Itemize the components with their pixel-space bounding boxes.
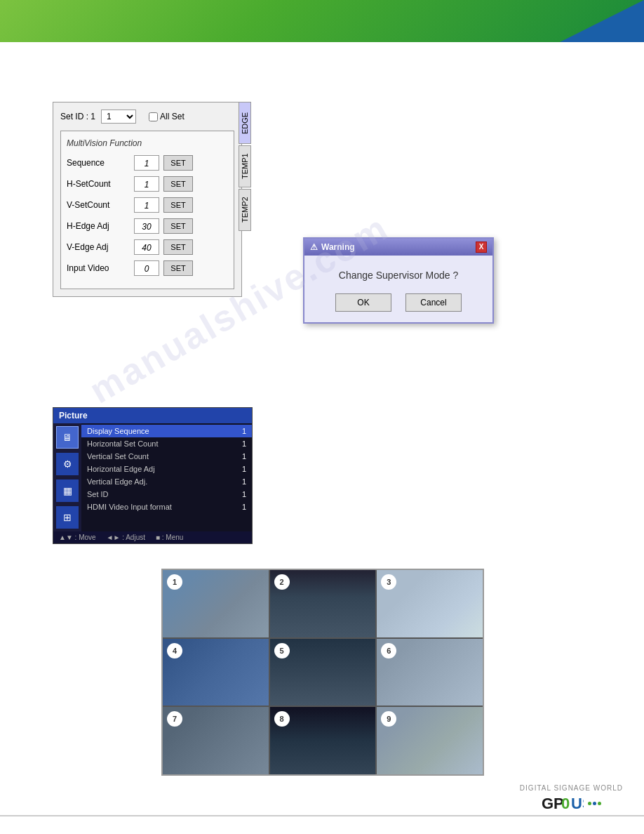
multivision-panel: Set ID : 1 123 All Set MultiVision Funct… <box>53 102 242 297</box>
osd-menu-value-hedgeadj: 1 <box>242 465 246 473</box>
grid-cell-9: 9 <box>377 707 483 774</box>
osd-icon-layout[interactable]: ⊞ <box>56 506 79 529</box>
dialog-cancel-button[interactable]: Cancel <box>405 293 462 312</box>
all-set-container: All Set <box>149 112 185 121</box>
osd-menu-value-vsetcount: 1 <box>242 452 246 461</box>
multivision-title: MultiVision Function <box>67 138 228 148</box>
mv-set-btn-sequence[interactable]: SET <box>163 155 193 171</box>
tab-edge[interactable]: EDGE <box>239 102 251 144</box>
grid-cell-number-8: 8 <box>274 711 290 727</box>
svg-text:0: 0 <box>561 795 570 812</box>
picture-header: Picture <box>53 408 252 423</box>
picture-footer: ▲▼ : Move ◄► : Adjust ■ : Menu <box>53 531 252 543</box>
grid-cell-3: 3 <box>377 570 483 637</box>
osd-menu-row-vsetcount[interactable]: Vertical Set Count 1 <box>81 450 252 463</box>
mv-set-btn-inputvideo[interactable]: SET <box>163 260 193 276</box>
grid-image-section: 1 2 3 4 5 6 7 8 9 <box>161 569 484 776</box>
picture-menu: Display Sequence 1 Horizontal Set Count … <box>81 423 252 531</box>
logo-dot-blue <box>593 802 596 805</box>
mv-set-btn-hsetcount[interactable]: SET <box>163 176 193 192</box>
bottom-divider <box>0 815 644 816</box>
warning-icon: ⚠ <box>310 242 318 252</box>
grid-cell-2: 2 <box>270 570 376 637</box>
osd-menu-value-hsetcount: 1 <box>242 439 246 448</box>
dialog-close-button[interactable]: X <box>476 241 487 253</box>
osd-menu-value-display-sequence: 1 <box>242 427 246 435</box>
logo-svg: GP 0 US <box>542 793 584 813</box>
grid-container: 1 2 3 4 5 6 7 8 9 <box>163 570 483 774</box>
panel-top-row: Set ID : 1 123 All Set <box>60 110 234 124</box>
tab-temp2[interactable]: TEMP2 <box>239 189 251 231</box>
mv-label-vsetcount: V-SetCount <box>67 200 130 210</box>
osd-icon-settings[interactable]: ⚙ <box>56 453 79 475</box>
osd-menu-value-vedgeadj: 1 <box>242 477 246 486</box>
grid-cell-6: 6 <box>377 639 483 706</box>
logo-section: DIGITAL SIGNAGE WORLD GP 0 US <box>520 784 623 813</box>
grid-cell-number-9: 9 <box>381 711 396 727</box>
mv-label-vedgeadj: V-Edge Adj <box>67 242 130 252</box>
tab-temp1[interactable]: TEMP1 <box>239 145 251 187</box>
mv-set-btn-vedgeadj[interactable]: SET <box>163 239 193 255</box>
mv-set-btn-vsetcount[interactable]: SET <box>163 197 193 213</box>
osd-menu-row-vedgeadj[interactable]: Vertical Edge Adj. 1 <box>81 475 252 488</box>
mv-value-vsetcount: 1 <box>134 197 159 213</box>
grid-cell-number-7: 7 <box>167 711 182 727</box>
panel-tabs: EDGE TEMP1 TEMP2 <box>239 102 251 232</box>
mv-set-btn-hedgeadj[interactable]: SET <box>163 218 193 234</box>
osd-menu-row-hedgeadj[interactable]: Horizontal Edge Adj 1 <box>81 463 252 475</box>
grid-cell-5: 5 <box>270 639 376 706</box>
header-bar <box>0 0 644 42</box>
osd-menu-row-hsetcount[interactable]: Horizontal Set Count 1 <box>81 437 252 450</box>
set-id-select[interactable]: 123 <box>101 110 136 124</box>
osd-menu-label-setid: Set ID <box>87 490 109 498</box>
logo-dot-green <box>588 802 591 805</box>
osd-menu-row-hdmi[interactable]: HDMI Video Input format 1 <box>81 501 252 513</box>
osd-icon-grid[interactable]: ▦ <box>56 479 79 502</box>
logo-tagline: DIGITAL SIGNAGE WORLD <box>520 784 623 792</box>
logo-icon <box>588 802 601 805</box>
all-set-label: All Set <box>160 112 185 121</box>
grid-cell-1: 1 <box>163 570 269 637</box>
dialog-message: Change Supervisor Mode ? <box>318 270 478 281</box>
set-id-label: Set ID : 1 <box>60 112 95 121</box>
settings-icon: ⚙ <box>63 458 72 470</box>
grid-cell-number-2: 2 <box>274 574 290 590</box>
footer-move: ▲▼ : Move <box>59 534 96 541</box>
osd-menu-row-display-sequence[interactable]: Display Sequence 1 <box>81 425 252 437</box>
grid-icon: ▦ <box>63 485 72 496</box>
mv-row-sequence: Sequence 1 SET <box>67 155 228 171</box>
footer-menu: ■ : Menu <box>156 534 183 541</box>
osd-icon-display[interactable]: 🖥 <box>56 426 79 449</box>
dialog-body: Change Supervisor Mode ? OK Cancel <box>304 256 492 322</box>
logo-dot-green2 <box>598 802 601 805</box>
mv-value-sequence: 1 <box>134 155 159 171</box>
osd-menu-label-display-sequence: Display Sequence <box>87 427 149 435</box>
dialog-ok-button[interactable]: OK <box>335 293 391 312</box>
osd-menu-label-hsetcount: Horizontal Set Count <box>87 439 159 448</box>
osd-menu-value-setid: 1 <box>242 490 246 498</box>
display-icon: 🖥 <box>62 432 72 443</box>
grid-cell-7: 7 <box>163 707 269 774</box>
osd-menu-row-setid[interactable]: Set ID 1 <box>81 488 252 501</box>
logo-main: GP 0 US <box>542 793 601 813</box>
warning-dialog: ⚠ Warning X Change Supervisor Mode ? OK … <box>303 237 494 324</box>
header-triangle <box>560 0 644 42</box>
grid-cell-number-5: 5 <box>274 643 290 658</box>
mv-label-hsetcount: H-SetCount <box>67 179 130 189</box>
picture-content: 🖥 ⚙ ▦ ⊞ Display Sequence 1 Horizont <box>53 423 252 531</box>
picture-icons: 🖥 ⚙ ▦ ⊞ <box>53 423 81 531</box>
mv-label-hedgeadj: H-Edge Adj <box>67 221 130 231</box>
mv-label-inputvideo: Input Video <box>67 263 130 273</box>
mv-value-vedgeadj: 40 <box>134 239 159 255</box>
mv-row-vedgeadj: V-Edge Adj 40 SET <box>67 239 228 255</box>
mv-row-hsetcount: H-SetCount 1 SET <box>67 176 228 192</box>
all-set-checkbox[interactable] <box>149 112 158 121</box>
picture-panel: Picture 🖥 ⚙ ▦ ⊞ Display Sequence <box>53 407 253 544</box>
mv-value-inputvideo: 0 <box>134 260 159 276</box>
svg-text:US: US <box>571 795 584 812</box>
mv-label-sequence: Sequence <box>67 158 130 168</box>
osd-menu-label-hedgeadj: Horizontal Edge Adj <box>87 465 155 473</box>
dialog-buttons: OK Cancel <box>318 293 478 312</box>
dialog-title-left: ⚠ Warning <box>310 242 355 252</box>
mv-row-vsetcount: V-SetCount 1 SET <box>67 197 228 213</box>
